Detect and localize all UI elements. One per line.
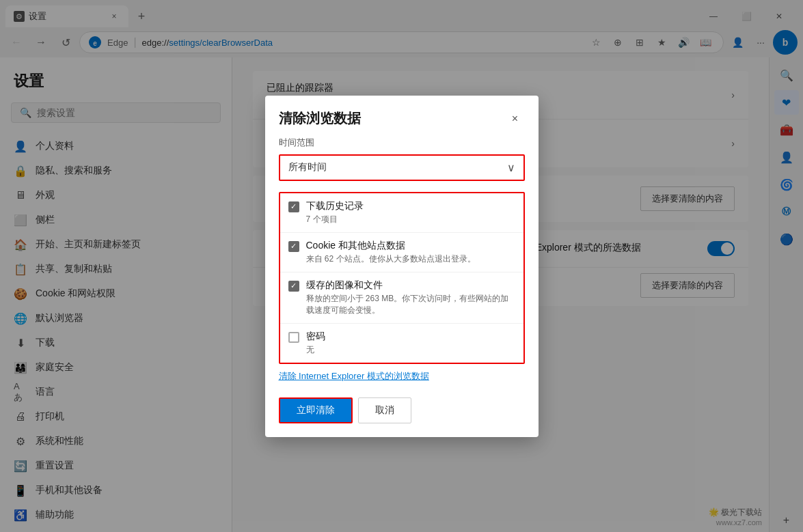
minimize-button[interactable]: — <box>698 5 729 27</box>
nav-item-profile[interactable]: 👤 个人资料 <box>0 134 232 158</box>
reset-icon: 🔄 <box>14 459 27 473</box>
tab-bar: ⚙ 设置 × + — ⬜ ✕ <box>0 0 803 27</box>
nav-label-family: 家庭安全 <box>36 361 218 374</box>
cancel-button[interactable]: 取消 <box>358 397 411 423</box>
nav-item-privacy[interactable]: 🔒 隐私、搜索和服务 <box>0 158 232 183</box>
splitscreen-button[interactable]: ⊞ <box>630 33 649 52</box>
nav-item-default-browser[interactable]: 🌐 默认浏览器 <box>0 306 232 331</box>
modal-footer: 立即清除 取消 <box>265 389 539 437</box>
checkbox-password[interactable]: 密码 无 <box>280 324 523 363</box>
nav-item-about[interactable]: 🔵 关于 Microsoft Edge <box>0 527 232 532</box>
new-tab-button[interactable]: + <box>131 6 152 27</box>
address-bar[interactable]: e Edge | edge://settings/clearBrowserDat… <box>79 31 724 53</box>
language-icon: Aあ <box>14 385 27 399</box>
maximize-button[interactable]: ⬜ <box>731 5 762 27</box>
ie-mode-toggle[interactable] <box>707 241 735 256</box>
checkmark-icon-3: ✓ <box>290 281 297 290</box>
checkbox-password-text: 密码 无 <box>306 331 515 356</box>
sidebar-profile-button[interactable]: 👤 <box>774 145 799 169</box>
nav-label-reset: 重置设置 <box>36 460 218 472</box>
nav-item-reset[interactable]: 🔄 重置设置 <box>0 453 232 478</box>
sidebar-add-button[interactable]: + <box>774 508 799 532</box>
sidebar-icon: ⬜ <box>14 213 27 227</box>
clear-browser-data-modal: 清除浏览数据 × 时间范围 所有时间 ∨ ✓ 下载历史记录 7 个项目 <box>265 96 539 437</box>
sidebar-outlook-button[interactable]: Ⓜ <box>774 199 799 224</box>
nav-item-appearance[interactable]: 🖥 外观 <box>0 183 232 208</box>
nav-item-downloads[interactable]: ⬇ 下载 <box>0 331 232 355</box>
bing-button[interactable]: b <box>773 30 798 55</box>
nav-item-family[interactable]: 👨‍👩‍👧 家庭安全 <box>0 355 232 380</box>
forward-button[interactable]: → <box>30 31 52 53</box>
nav-label-language: 语言 <box>36 386 218 398</box>
checkbox-cookies-title: Cookie 和其他站点数据 <box>306 240 515 252</box>
star-button[interactable]: ☆ <box>586 33 605 52</box>
sidebar-swirl-button[interactable]: 🌀 <box>774 172 799 197</box>
modal-title: 清除浏览数据 <box>279 109 361 128</box>
clear-now-button[interactable]: 立即清除 <box>279 397 353 423</box>
cookies-icon: 🍪 <box>14 287 27 300</box>
nav-label-mobile: 手机和其他设备 <box>36 484 218 496</box>
browser-chrome: ⚙ 设置 × + — ⬜ ✕ ← → ↺ e Edge | edge://set… <box>0 0 803 57</box>
sidebar-favorites-button[interactable]: ❤ <box>774 90 799 115</box>
checkbox-download-text: 下载历史记录 7 个项目 <box>306 200 515 225</box>
nav-item-printer[interactable]: 🖨 打印机 <box>0 404 232 429</box>
nav-item-cookies[interactable]: 🍪 Cookie 和网站权限 <box>0 281 232 306</box>
nav-label-start: 开始、主页和新建标签页 <box>36 238 218 251</box>
nav-item-accessibility[interactable]: ♿ 辅助功能 <box>0 503 232 527</box>
checkbox-download-title: 下载历史记录 <box>306 200 515 212</box>
privacy-icon: 🔒 <box>14 164 27 178</box>
printer-icon: 🖨 <box>14 410 27 423</box>
more-tools-button[interactable]: ··· <box>750 31 772 53</box>
search-settings-input[interactable] <box>37 107 212 118</box>
tab-close-button[interactable]: × <box>108 10 120 23</box>
checkbox-cookies[interactable]: ✓ Cookie 和其他站点数据 来自 62 个站点。使你从大多数站点退出登录。 <box>280 233 523 272</box>
nav-item-start[interactable]: 🏠 开始、主页和新建标签页 <box>0 232 232 257</box>
refresh-button[interactable]: ↺ <box>55 31 77 53</box>
search-settings-box[interactable]: 🔍 <box>11 102 221 123</box>
checkmark-icon-2: ✓ <box>290 242 297 251</box>
checkbox-cookies-desc: 来自 62 个站点。使你从大多数站点退出登录。 <box>306 253 515 265</box>
settings-sidebar: 设置 🔍 👤 个人资料 🔒 隐私、搜索和服务 🖥 外观 ⬜ 侧栏 <box>0 57 232 532</box>
checkbox-password-desc: 无 <box>306 344 515 356</box>
sidebar-tools-button[interactable]: 🧰 <box>774 117 799 142</box>
appearance-icon: 🖥 <box>14 188 27 202</box>
nav-item-system[interactable]: ⚙ 系统和性能 <box>0 429 232 453</box>
nav-label-share: 共享、复制和粘贴 <box>36 263 218 275</box>
time-range-select[interactable]: 所有时间 ∨ <box>279 154 525 181</box>
tab-settings[interactable]: ⚙ 设置 × <box>5 5 128 27</box>
checkbox-cache[interactable]: ✓ 缓存的图像和文件 释放的空间小于 263 MB。你下次访问时，有些网站的加载… <box>280 272 523 324</box>
checkbox-cookies-text: Cookie 和其他站点数据 来自 62 个站点。使你从大多数站点退出登录。 <box>306 240 515 265</box>
read-aloud-button[interactable]: 🔊 <box>674 33 693 52</box>
nav-item-share[interactable]: 📋 共享、复制和粘贴 <box>0 257 232 281</box>
checkbox-download-history[interactable]: ✓ 下载历史记录 7 个项目 <box>280 193 523 233</box>
favorites-button[interactable]: ★ <box>652 33 671 52</box>
immersive-reader-button[interactable]: 📖 <box>696 33 715 52</box>
nav-label-printer: 打印机 <box>36 410 218 423</box>
start-icon: 🏠 <box>14 238 27 251</box>
sidebar-blue-button[interactable]: 🔵 <box>774 227 799 251</box>
nav-label-appearance: 外观 <box>36 189 218 201</box>
close-window-button[interactable]: ✕ <box>763 5 795 27</box>
back-button[interactable]: ← <box>5 31 27 53</box>
modal-header: 清除浏览数据 × <box>265 96 539 137</box>
nav-item-language[interactable]: Aあ 语言 <box>0 380 232 404</box>
checkbox-download-history-check[interactable]: ✓ <box>288 201 299 212</box>
select-clear-button2[interactable]: 选择要清除的内容 <box>640 273 735 298</box>
checkbox-cookies-check[interactable]: ✓ <box>288 241 299 252</box>
checkbox-group: ✓ 下载历史记录 7 个项目 ✓ Cookie 和其他站点数据 来自 62 个站… <box>279 192 525 364</box>
nav-item-mobile[interactable]: 📱 手机和其他设备 <box>0 478 232 503</box>
watermark-logo: 🌟 极光下载站 <box>709 507 762 518</box>
checkbox-password-title: 密码 <box>306 331 515 343</box>
collections-button[interactable]: ⊕ <box>608 33 627 52</box>
checkbox-password-check[interactable] <box>288 332 299 343</box>
select-clear-button[interactable]: 选择要清除的内容 <box>640 186 735 211</box>
address-icons: ☆ ⊕ ⊞ ★ 🔊 📖 <box>586 33 715 52</box>
sidebar-search-button[interactable]: 🔍 <box>774 63 799 87</box>
ie-mode-link[interactable]: 清除 Internet Explorer 模式的浏览数据 <box>279 370 429 382</box>
checkbox-cache-check[interactable]: ✓ <box>288 281 299 292</box>
blocked-trackers-chevron: › <box>731 89 735 100</box>
nav-item-sidebar[interactable]: ⬜ 侧栏 <box>0 208 232 232</box>
modal-close-button[interactable]: × <box>506 109 525 128</box>
profile-button[interactable]: 👤 <box>726 31 748 53</box>
nav-label-downloads: 下载 <box>36 337 218 349</box>
